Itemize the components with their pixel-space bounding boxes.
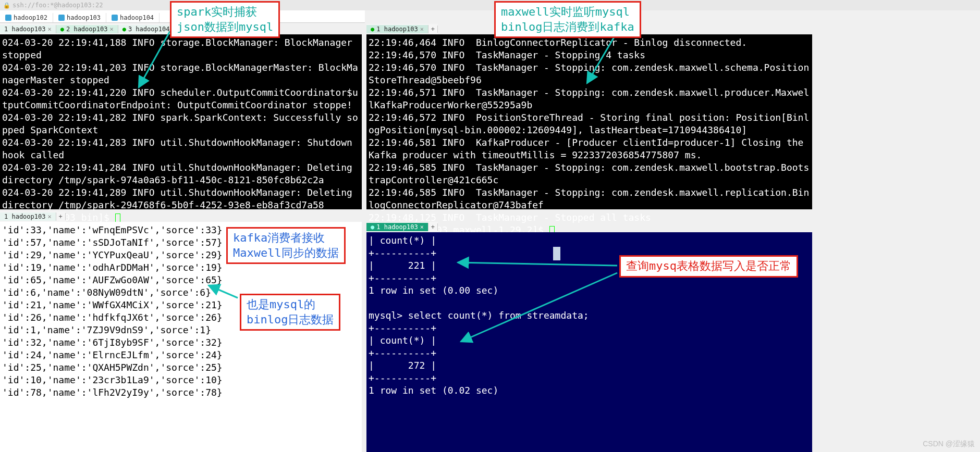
annotation: 查询mysq表格数据写入是否正常	[619, 255, 798, 278]
dot-icon: ●	[123, 26, 126, 33]
add-tab-button[interactable]: +	[56, 213, 66, 220]
annotation-text: 查询mysq表格数据写入是否正常	[626, 259, 791, 272]
close-icon[interactable]: ×	[420, 26, 424, 33]
annotation-text: Maxwell同步的数据	[233, 246, 339, 259]
terminal-tab[interactable]: 1 hadoop103 ×	[0, 25, 56, 33]
terminal-tab[interactable]: ● 2 hadoop103 ×	[56, 25, 118, 33]
tab-label: 1 hadoop103	[4, 26, 45, 33]
add-tab-button[interactable]: +	[428, 223, 438, 231]
annotation: kafka消费者接收 Maxwell同步的数据	[226, 227, 346, 264]
tl-terminal-output: 024-03-20 22:19:41,188 INFO storage.Bloc…	[2, 36, 360, 224]
close-icon[interactable]: ×	[47, 213, 51, 220]
tab-label: 1 hadoop103	[376, 223, 418, 231]
terminal-tab[interactable]: ● 1 hadoop103 ×	[366, 25, 428, 33]
host-tab[interactable]: hadoop103	[53, 13, 106, 22]
terminal-tab[interactable]: 1 hadoop103 ×	[0, 212, 56, 221]
host-tab[interactable]: hadoop102	[0, 13, 53, 22]
br-terminal-tabbar: ● 1 hadoop103 × +	[366, 222, 438, 232]
tab-label: 2 hadoop103	[66, 26, 107, 33]
annotation-text: binlog日志数据	[247, 313, 334, 326]
annotation-text: json数据到mysql	[177, 20, 273, 33]
host-icon	[58, 15, 65, 21]
add-tab-button[interactable]: +	[428, 26, 438, 33]
tl-terminal-tabbar: 1 hadoop103 × ● 2 hadoop103 × ● 3 hadoop…	[0, 24, 190, 34]
annotation-text: kafka消费者接收	[233, 231, 325, 244]
annotation-text: maxwell实时监听mysql	[501, 5, 630, 18]
tl-terminal[interactable]: 024-03-20 22:19:41,188 INFO storage.Bloc…	[0, 34, 362, 209]
annotation-text: spark实时捕获	[177, 5, 257, 18]
host-tab-label: hadoop103	[67, 14, 101, 21]
titlebar-text: ssh://foo:*@hadoop103:22	[13, 2, 103, 9]
dot-icon: ●	[371, 26, 374, 33]
annotation-text: 也是mysql的	[247, 298, 315, 311]
tr-terminal[interactable]: 22:19:46,464 INFO BinlogConnectorReplica…	[366, 34, 812, 209]
dot-icon: ●	[371, 223, 374, 231]
host-tab-label: hadoop102	[14, 14, 47, 21]
annotation: 也是mysql的 binlog日志数据	[240, 294, 340, 331]
lock-icon: 🔒	[3, 2, 10, 9]
titlebar: 🔒 ssh://foo:*@hadoop103:22	[0, 0, 980, 10]
tab-label: 1 hadoop103	[4, 213, 45, 220]
terminal-tab[interactable]: ● 1 hadoop103 ×	[366, 223, 428, 231]
dot-icon: ●	[60, 26, 64, 33]
text-cursor	[553, 247, 560, 260]
host-icon	[112, 15, 118, 21]
tab-label: 1 hadoop103	[376, 26, 418, 33]
watermark: CSDN @涩缘猿	[923, 440, 975, 449]
annotation-text: binlog日志消费到kafka	[501, 20, 634, 33]
tab-label: 3 hadoop104	[128, 26, 169, 33]
close-icon[interactable]: ×	[420, 223, 424, 231]
tr-terminal-tabbar: ● 1 hadoop103 × +	[366, 24, 438, 34]
close-icon[interactable]: ×	[109, 26, 113, 33]
host-icon	[5, 15, 11, 21]
annotation: maxwell实时监听mysql binlog日志消费到kafka	[494, 1, 641, 38]
bl-terminal-tabbar: 1 hadoop103 × +	[0, 211, 66, 222]
annotation: spark实时捕获 json数据到mysql	[170, 1, 280, 38]
host-tab[interactable]: hadoop104	[106, 13, 160, 22]
close-icon[interactable]: ×	[47, 26, 51, 33]
tr-terminal-output: 22:19:46,464 INFO BinlogConnectorReplica…	[369, 36, 810, 236]
host-tab-label: hadoop104	[120, 14, 154, 21]
